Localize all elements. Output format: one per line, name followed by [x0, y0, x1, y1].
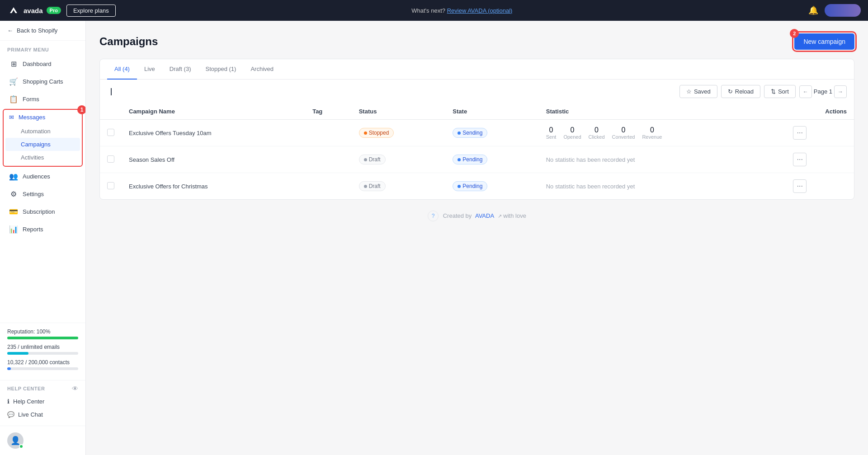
row1-actions-button[interactable]: ··· — [793, 126, 807, 140]
toolbar-right: ☆ Saved ↻ Reload ⇅ Sort ← Page 1 → — [679, 85, 847, 98]
row3-status: Draft — [352, 173, 446, 200]
row1-clicked-value: 0 — [589, 126, 605, 134]
dashboard-label: Dashboard — [23, 61, 52, 67]
row1-opened-label: Opened — [563, 134, 581, 140]
prev-page-button[interactable]: ← — [799, 85, 812, 98]
sidebar-item-automation[interactable]: Automation — [4, 125, 82, 138]
whats-next-area: What's next? Review AVADA (optional) — [121, 7, 803, 14]
sidebar-item-help-center[interactable]: ℹ Help Center — [7, 395, 78, 408]
new-campaign-button[interactable]: New campaign — [794, 33, 854, 50]
sidebar-item-settings[interactable]: ⚙ Settings — [2, 186, 84, 202]
back-to-shopify-link[interactable]: ← Back to Shopify — [0, 21, 85, 41]
row3-campaign-name: Exclusive Offers for Christmas — [122, 173, 305, 200]
toolbar-left — [107, 85, 115, 98]
user-avatar-topbar[interactable] — [825, 4, 861, 17]
sidebar-item-messages[interactable]: ✉ Messages — [4, 110, 82, 125]
sidebar-item-audiences[interactable]: 👥 Audiences — [2, 168, 84, 185]
saved-label: Saved — [694, 88, 711, 95]
help-center-icon: ℹ — [7, 398, 9, 405]
subscription-icon: 💳 — [9, 207, 18, 216]
sidebar-item-live-chat[interactable]: 💬 Live Chat — [7, 408, 78, 421]
sidebar-user[interactable]: 👤 — [0, 426, 85, 455]
sidebar-stats: Reputation: 100% 235 / unlimited emails … — [0, 323, 85, 380]
tab-archived[interactable]: Archived — [243, 59, 281, 80]
emails-progress-fill — [7, 352, 28, 355]
reload-button[interactable]: ↻ Reload — [721, 85, 760, 98]
notification-icon[interactable]: 🔔 — [808, 5, 818, 15]
row2-checkbox-cell[interactable] — [100, 146, 122, 173]
row1-checkbox[interactable] — [107, 129, 114, 136]
reload-label: Reload — [735, 88, 754, 95]
row1-state-label: Sending — [462, 130, 482, 136]
help-center-section: HELP CENTER 👁 ℹ Help Center 💬 Live Chat — [0, 380, 85, 426]
row3-actions-button[interactable]: ··· — [793, 179, 807, 193]
col-actions: Actions — [786, 103, 854, 120]
row2-state: Pending — [445, 146, 538, 173]
main-layout: ← Back to Shopify PRIMARY MENU ⊞ Dashboa… — [0, 0, 868, 455]
row2-statistic: No statistic has been recorded yet — [539, 146, 786, 173]
topbar-right: 🔔 — [808, 4, 861, 17]
search-area[interactable] — [107, 85, 115, 98]
row1-stat-clicked: 0 Clicked — [589, 126, 605, 140]
row3-state-label: Pending — [462, 183, 482, 189]
row1-opened-value: 0 — [563, 126, 581, 134]
row1-converted-label: Converted — [612, 134, 635, 140]
explore-plans-button[interactable]: Explore plans — [66, 5, 116, 17]
shopping-carts-icon: 🛒 — [9, 77, 18, 86]
sidebar-item-shopping-carts[interactable]: 🛒 Shopping Carts — [2, 73, 84, 90]
page-title: Campaigns — [99, 35, 158, 48]
row1-statistic: 0 Sent 0 Opened 0 Clicked — [539, 120, 786, 146]
saved-button[interactable]: ☆ Saved — [679, 85, 717, 98]
sidebar-item-campaigns[interactable]: Campaigns — [5, 138, 80, 151]
tab-live[interactable]: Live — [137, 59, 162, 80]
sidebar-item-dashboard[interactable]: ⊞ Dashboard — [2, 56, 84, 72]
campaigns-table: Campaign Name Tag Status State Statistic… — [100, 103, 854, 199]
help-center-label: HELP CENTER — [7, 386, 45, 391]
row2-actions-button[interactable]: ··· — [793, 153, 807, 166]
messages-label: Messages — [19, 114, 45, 121]
row3-status-badge: Draft — [359, 181, 386, 191]
emails-label: 235 / unlimited emails — [7, 344, 78, 350]
sidebar-item-forms[interactable]: 📋 Forms — [2, 91, 84, 108]
sidebar-item-subscription[interactable]: 💳 Subscription — [2, 203, 84, 220]
messages-badge: 1 — [77, 105, 86, 114]
footer-created-text: Created by — [443, 212, 472, 219]
row3-checkbox-cell[interactable] — [100, 173, 122, 200]
row1-checkbox-cell[interactable] — [100, 120, 122, 146]
row3-checkbox[interactable] — [107, 182, 114, 189]
footer-external-icon: ↗ — [498, 213, 502, 219]
help-center-item-label: Help Center — [13, 398, 44, 405]
forms-icon: 📋 — [9, 95, 18, 103]
row2-actions-cell: ··· — [786, 146, 854, 173]
tab-draft[interactable]: Draft (3) — [162, 59, 198, 80]
footer-created-by: ? Created by AVADA ↗ with love — [99, 200, 854, 232]
row1-status-dot — [364, 131, 367, 135]
row2-checkbox[interactable] — [107, 155, 114, 163]
subscription-label: Subscription — [23, 208, 55, 215]
new-campaign-btn-wrapper: 2 New campaign — [794, 33, 854, 50]
sort-button[interactable]: ⇅ Sort — [764, 85, 796, 98]
col-state: State — [445, 103, 538, 120]
sidebar-item-activities[interactable]: Activities — [4, 151, 82, 164]
tab-all[interactable]: All (4) — [107, 59, 137, 80]
footer-avada-link[interactable]: AVADA — [475, 212, 494, 219]
row2-status-label: Draft — [369, 156, 381, 163]
row2-no-stat: No statistic has been recorded yet — [546, 156, 635, 163]
row1-status-label: Stopped — [369, 130, 389, 136]
footer-circle-icon: ? — [428, 211, 439, 221]
next-page-button[interactable]: → — [834, 85, 847, 98]
campaigns-table-card: All (4) Live Draft (3) Stopped (1) Archi… — [99, 59, 854, 200]
help-center-eye-icon[interactable]: 👁 — [72, 385, 78, 392]
sort-icon: ⇅ — [771, 88, 776, 95]
pro-badge: Pro — [47, 7, 61, 14]
live-chat-icon: 💬 — [7, 411, 14, 418]
row1-revenue-label: Revenue — [642, 134, 662, 140]
row3-state: Pending — [445, 173, 538, 200]
row1-tag — [305, 120, 352, 146]
audiences-label: Audiences — [23, 173, 50, 180]
messages-icon: ✉ — [9, 114, 14, 121]
tab-stopped[interactable]: Stopped (1) — [198, 59, 243, 80]
sidebar-item-reports[interactable]: 📊 Reports — [2, 221, 84, 238]
review-avada-link[interactable]: Review AVADA (optional) — [447, 7, 513, 14]
row2-status-badge: Draft — [359, 155, 386, 164]
